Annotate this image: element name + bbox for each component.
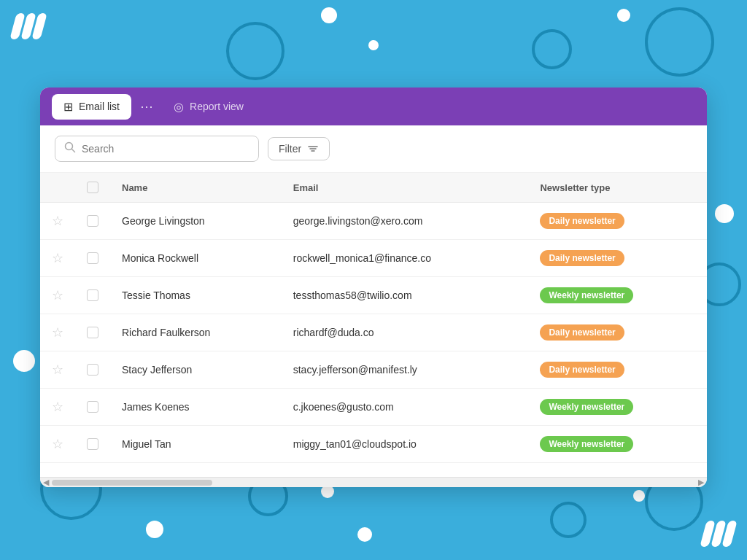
newsletter-badge: Daily newsletter [540, 213, 624, 229]
email-cell: c.jkoenes@gusto.com [282, 389, 529, 426]
newsletter-badge: Weekly newsletter [540, 287, 633, 303]
table-row: ☆ James Koenes c.jkoenes@gusto.com Weekl… [40, 389, 707, 426]
check-cell[interactable] [75, 203, 110, 240]
col-header-email: Email [282, 173, 529, 203]
table-icon: ⊞ [63, 100, 73, 114]
search-icon [64, 141, 76, 156]
col-header-newsletter-type: Newsletter type [528, 173, 707, 203]
toolbar: Filter [40, 125, 707, 173]
newsletter-badge: Weekly newsletter [540, 436, 633, 452]
deco-circle-14 [357, 527, 372, 542]
name-cell: Tessie Thomas [110, 277, 282, 314]
tab-report-view[interactable]: ◎ Report view [162, 94, 255, 120]
col-header-check [75, 173, 110, 203]
newsletter-badge: Daily newsletter [540, 324, 624, 341]
email-cell: miggy_tan01@cloudspot.io [282, 426, 529, 463]
email-cell: rockwell_monica1@finance.co [282, 240, 529, 277]
check-cell[interactable] [75, 351, 110, 389]
row-checkbox[interactable] [87, 289, 98, 301]
newsletter-badge: Weekly newsletter [540, 399, 633, 415]
star-cell[interactable]: ☆ [40, 389, 75, 426]
star-cell[interactable]: ☆ [40, 240, 75, 277]
row-checkbox[interactable] [87, 401, 98, 413]
table-row: ☆ Stacy Jefferson stacy.jefferson@manife… [40, 351, 707, 389]
scroll-left-arrow[interactable]: ◀ [43, 478, 49, 487]
row-checkbox[interactable] [87, 364, 98, 376]
name-cell: Stacy Jefferson [110, 351, 282, 389]
deco-circle-11 [146, 521, 163, 538]
check-cell[interactable] [75, 426, 110, 463]
table-row: ☆ Tessie Thomas tessthomas58@twilio.com … [40, 277, 707, 314]
tab-email-list[interactable]: ⊞ Email list [52, 94, 131, 120]
name-cell: Monica Rockwell [110, 240, 282, 277]
check-cell[interactable] [75, 314, 110, 351]
tab-more-button[interactable]: ⋯ [134, 97, 159, 116]
col-header-star [40, 173, 75, 203]
search-box [55, 136, 259, 162]
newsletter-type-cell: Daily newsletter [528, 351, 707, 389]
check-cell[interactable] [75, 240, 110, 277]
horizontal-scrollbar[interactable]: ◀ ▶ [40, 477, 707, 487]
check-cell[interactable] [75, 277, 110, 314]
select-all-checkbox[interactable] [87, 182, 98, 193]
star-cell[interactable]: ☆ [40, 351, 75, 389]
chart-icon: ◎ [174, 100, 184, 114]
table-container: Name Email Newsletter type ☆ George Livi… [40, 173, 707, 477]
col-header-name: Name [110, 173, 282, 203]
deco-circle-4 [532, 29, 572, 69]
deco-circle-9 [13, 350, 35, 372]
star-cell[interactable]: ☆ [40, 277, 75, 314]
newsletter-type-cell: Weekly newsletter [528, 389, 707, 426]
table-row: ☆ Miguel Tan miggy_tan01@cloudspot.io We… [40, 426, 707, 463]
email-cell: george.livingston@xero.com [282, 203, 529, 240]
name-cell: George Livingston [110, 203, 282, 240]
name-cell: Miguel Tan [110, 426, 282, 463]
table-row: ☆ Richard Faulkerson richardf@duda.co Da… [40, 314, 707, 351]
main-card: ⊞ Email list ⋯ ◎ Report view Filter [40, 88, 707, 487]
deco-circle-1 [226, 22, 285, 80]
tabs-header: ⊞ Email list ⋯ ◎ Report view [40, 88, 707, 125]
newsletter-type-cell: Daily newsletter [528, 240, 707, 277]
filter-label: Filter [279, 143, 301, 155]
email-cell: stacy.jefferson@manifest.ly [282, 351, 529, 389]
star-cell[interactable]: ☆ [40, 426, 75, 463]
newsletter-badge: Daily newsletter [540, 250, 624, 266]
scrollbar-thumb[interactable] [52, 480, 212, 486]
newsletter-type-cell: Daily newsletter [528, 203, 707, 240]
search-input[interactable] [82, 143, 249, 155]
scroll-right-arrow[interactable]: ▶ [698, 478, 704, 487]
row-checkbox[interactable] [87, 252, 98, 264]
newsletter-type-cell: Weekly newsletter [528, 426, 707, 463]
row-checkbox[interactable] [87, 327, 98, 338]
filter-icon [307, 143, 319, 155]
check-cell[interactable] [75, 389, 110, 426]
deco-circle-5 [617, 9, 630, 22]
email-list-table: Name Email Newsletter type ☆ George Livi… [40, 173, 707, 463]
newsletter-badge: Daily newsletter [540, 362, 624, 378]
row-checkbox[interactable] [87, 438, 98, 450]
deco-circle-3 [368, 40, 379, 50]
table-row: ☆ Monica Rockwell rockwell_monica1@finan… [40, 240, 707, 277]
tab-report-view-label: Report view [190, 101, 244, 112]
row-checkbox[interactable] [87, 215, 98, 227]
deco-circle-15 [550, 502, 587, 538]
star-cell[interactable]: ☆ [40, 314, 75, 351]
name-cell: Richard Faulkerson [110, 314, 282, 351]
logo-top-left [13, 13, 44, 39]
filter-button[interactable]: Filter [268, 137, 330, 160]
star-cell[interactable]: ☆ [40, 203, 75, 240]
table-body: ☆ George Livingston george.livingston@xe… [40, 203, 707, 463]
deco-circle-6 [645, 7, 714, 77]
deco-circle-16 [633, 490, 645, 502]
table-header-row: Name Email Newsletter type [40, 173, 707, 203]
email-cell: richardf@duda.co [282, 314, 529, 351]
deco-circle-2 [321, 7, 337, 23]
deco-circle-7 [715, 204, 734, 223]
tab-email-list-label: Email list [79, 101, 120, 112]
table-row: ☆ George Livingston george.livingston@xe… [40, 203, 707, 240]
logo-bottom-right [703, 521, 734, 547]
name-cell: James Koenes [110, 389, 282, 426]
newsletter-type-cell: Weekly newsletter [528, 277, 707, 314]
email-cell: tessthomas58@twilio.com [282, 277, 529, 314]
newsletter-type-cell: Daily newsletter [528, 314, 707, 351]
